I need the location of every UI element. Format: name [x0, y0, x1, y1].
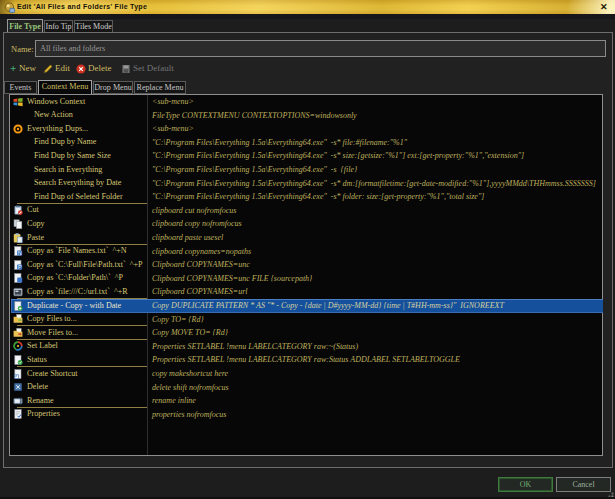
svg-text:N: N: [18, 250, 22, 256]
svg-text:P: P: [18, 264, 22, 270]
